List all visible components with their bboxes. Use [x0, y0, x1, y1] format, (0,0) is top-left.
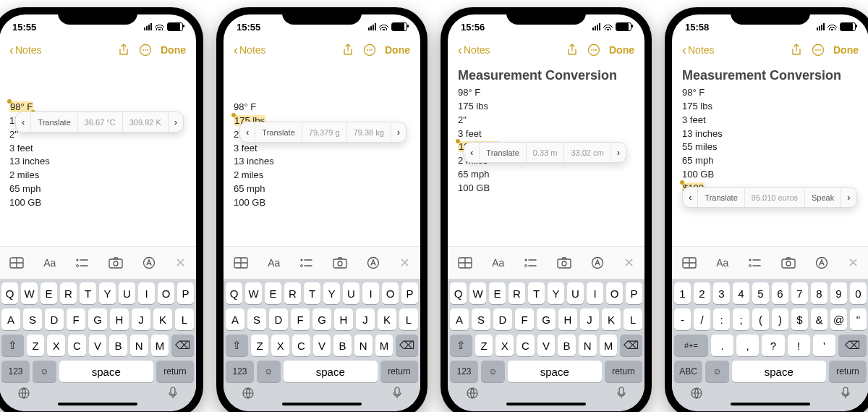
table-icon[interactable] [458, 257, 472, 269]
key-T[interactable]: T [304, 282, 320, 304]
close-icon[interactable]: ✕ [848, 255, 859, 271]
mic-icon[interactable] [392, 387, 402, 400]
key-J[interactable]: J [356, 308, 375, 330]
key-L[interactable]: L [175, 308, 194, 330]
close-icon[interactable]: ✕ [399, 255, 410, 271]
key-D[interactable]: D [493, 308, 512, 330]
key-I[interactable]: I [587, 282, 603, 304]
home-indicator[interactable] [731, 403, 810, 405]
key-;[interactable]: ; [733, 308, 749, 330]
key-123[interactable]: 123 [450, 361, 478, 382]
key-O[interactable]: O [382, 282, 399, 304]
key-X[interactable]: X [47, 335, 65, 356]
key-V[interactable]: V [89, 335, 107, 356]
key-J[interactable]: J [132, 308, 150, 330]
popover-item-4[interactable]: › [841, 188, 856, 207]
key-B[interactable]: B [333, 335, 352, 356]
key-X[interactable]: X [495, 335, 514, 356]
key-O[interactable]: O [606, 282, 623, 304]
key-H[interactable]: H [334, 308, 353, 330]
font-icon[interactable]: Aa [43, 257, 56, 269]
key-C[interactable]: C [292, 335, 310, 356]
key-E[interactable]: E [489, 282, 506, 304]
key-O[interactable]: O [158, 282, 174, 304]
key-⇧[interactable]: ⇧ [450, 335, 472, 356]
key-W[interactable]: W [21, 282, 38, 304]
markup-icon[interactable] [815, 256, 828, 269]
key-W[interactable]: W [469, 282, 486, 304]
popover-item-2[interactable]: 95.010 euros [745, 188, 805, 207]
key-$[interactable]: $ [791, 308, 808, 330]
popover-item-0[interactable]: ‹ [240, 122, 255, 142]
key-A[interactable]: A [226, 308, 244, 330]
key-Z[interactable]: Z [475, 335, 493, 356]
globe-icon[interactable] [466, 387, 479, 400]
popover-item-2[interactable]: 36.67 °C [78, 113, 123, 132]
key-space[interactable]: space [732, 361, 826, 382]
key-I[interactable]: I [138, 282, 155, 304]
share-icon[interactable] [790, 43, 803, 56]
done-button[interactable]: Done [385, 44, 410, 56]
key-E[interactable]: E [41, 282, 57, 304]
popover-item-2[interactable]: 79,379 g [302, 123, 347, 142]
home-indicator[interactable] [506, 403, 586, 405]
key-D[interactable]: D [269, 308, 288, 330]
markup-icon[interactable] [142, 256, 156, 269]
more-icon[interactable] [587, 43, 600, 56]
table-icon[interactable] [9, 257, 24, 269]
more-icon[interactable] [363, 43, 376, 56]
checklist-icon[interactable] [299, 258, 312, 268]
key-Z[interactable]: Z [27, 335, 45, 356]
camera-icon[interactable] [781, 257, 796, 269]
done-button[interactable]: Done [609, 44, 634, 56]
key-S[interactable]: S [23, 308, 42, 330]
key-123[interactable]: 123 [1, 361, 30, 382]
key-Y[interactable]: Y [99, 282, 116, 304]
key-G[interactable]: G [312, 308, 331, 330]
key-U[interactable]: U [119, 282, 135, 304]
key-Q[interactable]: Q [1, 282, 18, 304]
mic-icon[interactable] [841, 387, 851, 400]
key-5[interactable]: 5 [752, 282, 769, 304]
home-indicator[interactable] [58, 403, 137, 405]
key-L[interactable]: L [399, 308, 418, 330]
key-☺[interactable]: ☺ [481, 361, 505, 382]
key-B[interactable]: B [558, 335, 576, 356]
key-([interactable]: ( [752, 308, 769, 330]
popover-item-3[interactable]: 309.82 K [123, 113, 169, 132]
key-E[interactable]: E [265, 282, 281, 304]
table-icon[interactable] [682, 257, 697, 269]
key-V[interactable]: V [537, 335, 556, 356]
key-N[interactable]: N [579, 335, 597, 356]
done-button[interactable]: Done [833, 44, 859, 56]
home-indicator[interactable] [282, 403, 362, 405]
key-R[interactable]: R [60, 282, 77, 304]
globe-icon[interactable] [242, 387, 255, 400]
key-⌫[interactable]: ⌫ [396, 335, 418, 356]
globe-icon[interactable] [17, 387, 30, 400]
key-T[interactable]: T [80, 282, 96, 304]
key-U[interactable]: U [567, 282, 584, 304]
popover-item-4[interactable]: › [169, 112, 183, 132]
popover-item-0[interactable]: ‹ [683, 188, 698, 207]
key-8[interactable]: 8 [811, 282, 827, 304]
key-6[interactable]: 6 [772, 282, 788, 304]
key-return[interactable]: return [605, 361, 642, 382]
close-icon[interactable]: ✕ [624, 255, 634, 271]
keyboard[interactable]: 1234567890-/:;()$&@"#+=.,?!'⌫ABC☺spacere… [672, 279, 868, 411]
key-R[interactable]: R [284, 282, 301, 304]
key-K[interactable]: K [378, 308, 396, 330]
key-space[interactable]: space [508, 361, 602, 382]
key-K[interactable]: K [602, 308, 621, 330]
key-Q[interactable]: Q [226, 282, 242, 304]
back-button[interactable]: ‹Notes [9, 43, 42, 56]
popover-item-1[interactable]: Translate [31, 113, 77, 132]
key-☺[interactable]: ☺ [33, 361, 56, 382]
font-icon[interactable]: Aa [716, 257, 728, 269]
key-S[interactable]: S [472, 308, 490, 330]
popover-item-2[interactable]: 0.33 m [527, 143, 565, 162]
key-X[interactable]: X [271, 335, 289, 356]
key-space[interactable]: space [284, 361, 378, 382]
key-space[interactable]: space [59, 361, 153, 382]
key-Z[interactable]: Z [251, 335, 269, 356]
